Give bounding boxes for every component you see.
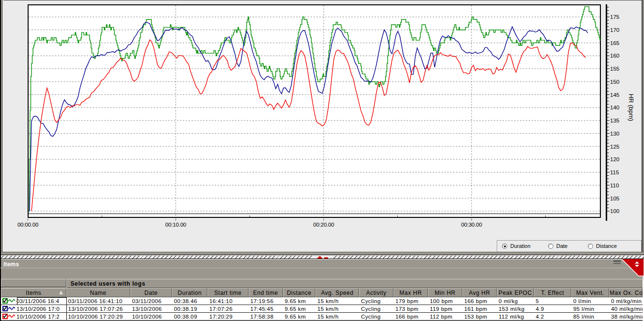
svg-text:170: 170 bbox=[610, 27, 619, 33]
svg-text:155: 155 bbox=[610, 66, 619, 72]
svg-text:130: 130 bbox=[610, 131, 619, 137]
svg-text:120: 120 bbox=[610, 156, 619, 162]
svg-text:165: 165 bbox=[610, 40, 619, 46]
svg-text:145: 145 bbox=[610, 92, 619, 98]
svg-text:125: 125 bbox=[610, 144, 619, 150]
svg-text:140: 140 bbox=[610, 105, 619, 110]
svg-text:00:30.00: 00:30.00 bbox=[461, 222, 482, 228]
svg-text:150: 150 bbox=[610, 79, 619, 85]
svg-text:160: 160 bbox=[610, 53, 619, 59]
svg-text:00:20.00: 00:20.00 bbox=[313, 222, 334, 228]
svg-text:00:10.00: 00:10.00 bbox=[165, 222, 186, 228]
svg-text:HR (bpm): HR (bpm) bbox=[628, 94, 635, 121]
svg-text:100: 100 bbox=[610, 208, 619, 214]
svg-text:175: 175 bbox=[610, 14, 619, 20]
svg-text:110: 110 bbox=[610, 183, 619, 188]
svg-text:115: 115 bbox=[610, 169, 619, 175]
svg-text:135: 135 bbox=[610, 118, 619, 123]
svg-text:00:00.00: 00:00.00 bbox=[17, 222, 38, 228]
svg-text:105: 105 bbox=[610, 196, 619, 201]
